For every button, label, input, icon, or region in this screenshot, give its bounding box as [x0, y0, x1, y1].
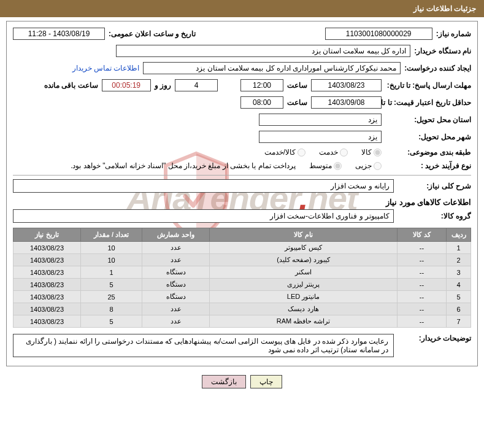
print-button[interactable]: چاپ — [250, 375, 282, 388]
table-row: 3--اسکنردستگاه11403/08/23 — [13, 266, 471, 279]
table-cell: -- — [398, 315, 447, 328]
table-cell: کیبورد (صفحه کلید) — [210, 254, 398, 266]
label-announce-datetime: تاریخ و ساعت اعلان عمومی: — [109, 29, 196, 38]
table-row: 1--کیس کامپیوترعدد101403/08/23 — [13, 242, 471, 254]
table-cell: عدد — [142, 254, 210, 266]
table-cell: -- — [398, 303, 447, 315]
label-payment-note: پرداخت تمام یا بخشی از مبلغ خرید،از محل … — [71, 161, 296, 170]
table-cell: عدد — [142, 242, 210, 254]
table-cell: اسکنر — [210, 266, 398, 279]
radio-goods[interactable]: کالا — [361, 148, 382, 156]
label-requester: ایجاد کننده درخواست: — [404, 64, 471, 72]
label-buyer-notes: توضیحات خریدار: — [398, 334, 471, 342]
field-buyer-notes: رعایت موارد ذکر شده در فایل های پیوست ال… — [13, 334, 394, 357]
table-cell: 10 — [81, 242, 142, 254]
table-cell: 5 — [81, 279, 142, 291]
field-price-date: 1403/09/08 — [311, 96, 382, 109]
table-cell: 1403/08/23 — [13, 291, 81, 303]
label-hour1: ساعت — [287, 81, 307, 90]
field-need-number: 1103001080000029 — [325, 28, 432, 40]
table-cell: کیس کامپیوتر — [210, 242, 398, 254]
table-cell: 25 — [81, 291, 142, 303]
field-buyer-org: اداره کل بیمه سلامت استان یزد — [116, 45, 410, 57]
field-response-time: 12:00 — [240, 79, 283, 91]
field-price-time: 08:00 — [240, 96, 283, 109]
field-goods-group: کامپیوتر و فناوری اطلاعات-سخت افزار — [13, 209, 394, 223]
label-remaining: ساعت باقی مانده — [44, 81, 98, 90]
link-buyer-contact[interactable]: اطلاعات تماس خریدار — [72, 64, 140, 72]
table-cell: 10 — [81, 254, 142, 266]
label-purchase-process: نوع فرآیند خرید : — [385, 161, 471, 170]
back-button[interactable]: بازگشت — [202, 375, 246, 388]
goods-table: ردیف کد کالا نام کالا واحد شمارش تعداد /… — [13, 228, 471, 328]
radio-medium[interactable]: متوسط — [309, 161, 342, 170]
field-announce-datetime: 1403/08/19 - 11:28 — [13, 28, 105, 40]
table-cell: 5 — [447, 291, 471, 303]
th-unit: واحد شمارش — [142, 228, 210, 242]
table-cell: 4 — [447, 279, 471, 291]
label-response-deadline: مهلت ارسال پاسخ: تا تاریخ: — [385, 81, 471, 90]
th-name: نام کالا — [210, 228, 398, 242]
field-response-date: 1403/08/23 — [311, 79, 382, 91]
table-row: 2--کیبورد (صفحه کلید)عدد101403/08/23 — [13, 254, 471, 266]
table-cell: 1403/08/23 — [13, 279, 81, 291]
field-general-desc: رایانه و سخت افزار — [13, 179, 394, 193]
table-cell: دستگاه — [142, 266, 210, 279]
panel-header: جزئیات اطلاعات نیاز — [0, 0, 484, 17]
th-code: کد کالا — [398, 228, 447, 242]
table-cell: 8 — [81, 303, 142, 315]
table-cell: -- — [398, 279, 447, 291]
radio-goods-service[interactable]: کالا/خدمت — [264, 148, 305, 156]
th-date: تاریخ نیاز — [13, 228, 81, 242]
table-cell: عدد — [142, 315, 210, 328]
table-cell: پرینتر لیزری — [210, 279, 398, 291]
table-cell: تراشه حافظه RAM — [210, 315, 398, 328]
table-row: 6--هارد دیسکعدد81403/08/23 — [13, 303, 471, 315]
radio-service[interactable]: خدمت — [319, 148, 348, 156]
label-delivery-province: استان محل تحویل: — [385, 115, 471, 124]
field-time-remaining: 00:05:19 — [102, 79, 151, 91]
details-frame: شماره نیاز: 1103001080000029 تاریخ و ساع… — [6, 21, 478, 366]
table-cell: 1403/08/23 — [13, 303, 81, 315]
field-days-remaining: 4 — [175, 79, 218, 91]
label-price-validity: حداقل تاریخ اعتبار قیمت: تا تاریخ: — [385, 98, 471, 107]
table-cell: 1403/08/23 — [13, 254, 81, 266]
table-cell: دستگاه — [142, 279, 210, 291]
table-cell: -- — [398, 291, 447, 303]
field-delivery-city: یزد — [259, 131, 382, 143]
table-cell: 1403/08/23 — [13, 315, 81, 328]
label-hour2: ساعت — [287, 98, 307, 107]
label-delivery-city: شهر محل تحویل: — [385, 133, 471, 141]
table-cell: 3 — [447, 266, 471, 279]
radio-minor[interactable]: جزیی — [355, 161, 382, 170]
label-goods-group: گروه کالا: — [398, 212, 471, 220]
table-cell: 2 — [447, 254, 471, 266]
table-cell: -- — [398, 266, 447, 279]
label-need-number: شماره نیاز: — [436, 29, 471, 38]
table-cell: 1 — [81, 266, 142, 279]
field-delivery-province: یزد — [259, 114, 382, 126]
th-row: ردیف — [447, 228, 471, 242]
th-qty: تعداد / مقدار — [81, 228, 142, 242]
table-cell: 7 — [447, 315, 471, 328]
section-title-goods: اطلاعات کالاهای مورد نیاز — [13, 198, 471, 207]
table-cell: مانیتور LED — [210, 291, 398, 303]
label-general-desc: شرح کلی نیاز: — [398, 182, 471, 190]
action-bar: چاپ بازگشت — [0, 375, 484, 388]
field-requester: محمد نیکوکار کارشناس اموراداری اداره کل … — [143, 62, 401, 74]
table-cell: 1403/08/23 — [13, 266, 81, 279]
table-cell: -- — [398, 242, 447, 254]
table-cell: 1403/08/23 — [13, 242, 81, 254]
label-subject-class: طبقه بندی موضوعی: — [385, 148, 471, 156]
table-row: 7--تراشه حافظه RAMعدد51403/08/23 — [13, 315, 471, 328]
label-buyer-org: نام دستگاه خریدار: — [414, 47, 471, 55]
table-cell: عدد — [142, 303, 210, 315]
table-cell: 5 — [81, 315, 142, 328]
table-cell: -- — [398, 254, 447, 266]
table-cell: دستگاه — [142, 291, 210, 303]
table-cell: 1 — [447, 242, 471, 254]
table-row: 5--مانیتور LEDدستگاه251403/08/23 — [13, 291, 471, 303]
table-row: 4--پرینتر لیزریدستگاه51403/08/23 — [13, 279, 471, 291]
table-cell: هارد دیسک — [210, 303, 398, 315]
label-days-and: روز و — [155, 81, 171, 90]
